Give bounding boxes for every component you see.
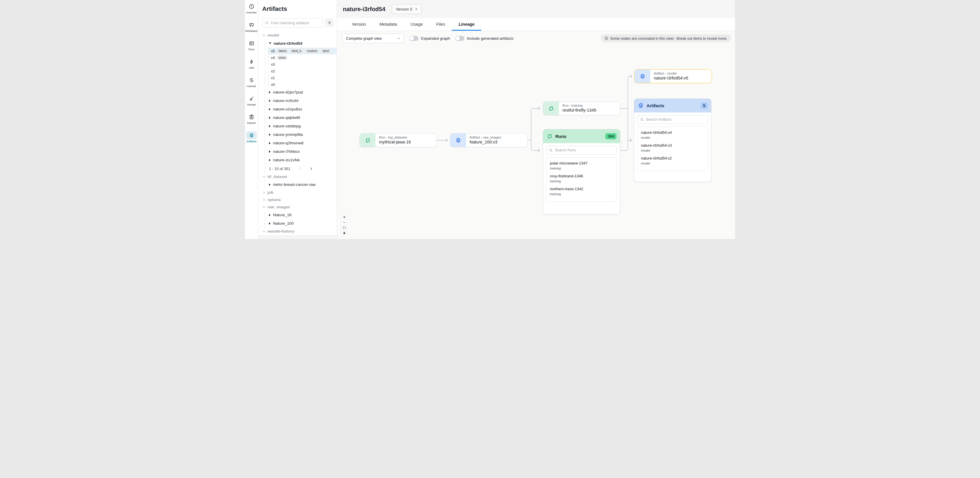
rail-item-workspace[interactable]: Workspace bbox=[245, 21, 258, 39]
zoom-out-button[interactable] bbox=[341, 220, 347, 225]
run-list-item[interactable]: northern-haze-1342 training bbox=[550, 187, 613, 196]
artifact-type: model bbox=[641, 149, 704, 152]
version-row-v0[interactable]: v0 bbox=[268, 81, 337, 88]
tree-artifact-label: nature-q2fmvnw8 bbox=[273, 141, 304, 145]
tree-group-optuna[interactable]: optuna bbox=[262, 196, 337, 203]
rail-item-label: Artifacts bbox=[247, 140, 256, 143]
artifacts-search-input[interactable] bbox=[646, 118, 705, 121]
fit-view-button[interactable] bbox=[341, 225, 347, 230]
sidebar-title: Artifacts bbox=[258, 0, 337, 14]
version-row-v2[interactable]: v2 bbox=[268, 68, 337, 75]
artifact-list-item[interactable]: nature-i3rfod54:v2 model bbox=[641, 156, 704, 165]
tree-artifact-root[interactable]: nature-i3rfod54 bbox=[265, 39, 337, 48]
pagination-label: 1 - 10 of 351 bbox=[269, 167, 290, 171]
version-row-v5[interactable]: v5 latest best_k custom best bbox=[268, 48, 337, 54]
tree-artifact[interactable]: nature-q2fmvnw8 bbox=[265, 139, 337, 147]
pagination-prev-icon[interactable] bbox=[298, 167, 302, 170]
artifact-name: nature-i3rfod54:v2 bbox=[641, 156, 704, 160]
tab-metadata[interactable]: Metadata bbox=[372, 18, 404, 31]
rail-item-label: Reports bbox=[247, 121, 256, 124]
artifact-layers-icon bbox=[638, 102, 644, 109]
tree-artifact[interactable]: nature-qejktw6f bbox=[265, 113, 337, 122]
tree-artifact[interactable]: nature-cdxbtrpg bbox=[265, 122, 337, 130]
tree-artifact[interactable]: Nature_1K bbox=[265, 211, 337, 219]
tab-bar: Version Metadata Usage Files Lineage bbox=[337, 18, 735, 31]
tree-group-raw-images[interactable]: raw_images bbox=[262, 203, 337, 211]
version-label: v5 bbox=[271, 49, 275, 53]
chevron-down-icon bbox=[262, 175, 266, 178]
tree-artifact[interactable]: nature-ynmnpf8a bbox=[265, 130, 337, 139]
runs-search-input[interactable] bbox=[555, 148, 614, 152]
artifacts-layers-icon bbox=[246, 131, 257, 139]
caret-right-icon bbox=[269, 214, 271, 216]
node-artifact-raw-images[interactable]: Artifact - raw_images Nature_100:v3 bbox=[450, 133, 528, 147]
version-select-label: Version 5 bbox=[396, 7, 412, 11]
caret-right-icon bbox=[269, 108, 271, 110]
tree-artifact[interactable]: nielsr-breast-cancer-raw bbox=[265, 180, 337, 189]
node-name: nature-i3rfod54:v5 bbox=[654, 76, 688, 80]
tab-lineage[interactable]: Lineage bbox=[452, 18, 481, 31]
version-label: v1 bbox=[271, 76, 275, 80]
node-run-log-datasets[interactable]: Run - log_datasets mythical-jawa-16 bbox=[360, 133, 437, 147]
tree-group-model[interactable]: model bbox=[262, 32, 337, 39]
caret-right-icon bbox=[269, 116, 271, 119]
page-header: nature-i3rfod54 Version 5 bbox=[337, 0, 735, 18]
version-row-v3[interactable]: v3 bbox=[268, 61, 337, 68]
artifact-search-input[interactable] bbox=[271, 21, 320, 25]
tab-files[interactable]: Files bbox=[430, 18, 452, 31]
artifact-tree: model nature-i3rfod54 v5 latest best_k c… bbox=[258, 32, 337, 235]
version-label: v3 bbox=[271, 62, 275, 67]
tree-group-hf-dataset[interactable]: hf_dataset bbox=[262, 173, 337, 180]
lineage-toolbar: Complete graph view Expanded graph Inclu… bbox=[337, 31, 735, 46]
tree-artifact[interactable]: nature-u2vyu6zx bbox=[265, 105, 337, 113]
tree-artifact[interactable]: Nature_100 bbox=[265, 219, 337, 228]
tree-artifact-label: Nature_1K bbox=[273, 213, 292, 217]
include-generated-toggle[interactable] bbox=[455, 36, 464, 41]
tree-artifact[interactable]: nature-rrzfcshr bbox=[265, 96, 337, 105]
tab-usage[interactable]: Usage bbox=[404, 18, 430, 31]
jobs-bolt-icon bbox=[246, 57, 257, 66]
artifacts-group-panel[interactable]: Artifacts 5 nature-i3rfod54:v4 model nat… bbox=[634, 99, 711, 182]
tree-group-job[interactable]: job bbox=[262, 189, 337, 196]
artifact-name: nature-i3rfod54:v4 bbox=[641, 130, 704, 135]
rail-item-label: Sweeps bbox=[247, 103, 256, 106]
run-icon bbox=[543, 102, 559, 115]
rail-item-automations[interactable]: Automat. bbox=[245, 76, 258, 94]
rail-item-overview[interactable]: Overview bbox=[245, 2, 258, 21]
rail-item-sweeps[interactable]: Sweeps bbox=[245, 94, 258, 113]
runs-group-panel[interactable]: Runs 394 polar-microwave-1347 training r… bbox=[543, 129, 620, 215]
artifact-list-item[interactable]: nature-i3rfod54:v3 model bbox=[641, 143, 704, 152]
tab-version[interactable]: Version bbox=[345, 18, 372, 31]
version-row-v1[interactable]: v1 bbox=[268, 75, 337, 81]
version-row-v4[interactable]: v4 onnx bbox=[268, 54, 337, 61]
run-list-item[interactable]: polar-microwave-1347 training bbox=[550, 161, 613, 170]
lock-button[interactable] bbox=[341, 230, 347, 236]
version-select-button[interactable]: Version 5 bbox=[392, 4, 422, 14]
tree-artifact[interactable]: nature-d2pv7pud bbox=[265, 88, 337, 96]
graph-view-select[interactable]: Complete graph view bbox=[342, 33, 404, 43]
tree-artifact[interactable]: nature-izu1vfxk bbox=[265, 156, 337, 164]
rail-item-runs[interactable]: Runs bbox=[245, 39, 258, 57]
node-run-training[interactable]: Run - training restful-firefly-1345 bbox=[543, 101, 620, 115]
node-type-label: Artifact - model bbox=[654, 72, 688, 75]
node-type-label: Artifact - raw_images bbox=[469, 135, 501, 139]
artifact-layers-icon bbox=[450, 134, 466, 147]
rail-item-reports[interactable]: Reports bbox=[245, 113, 258, 131]
run-list-item[interactable]: rosy-firebrand-1346 training bbox=[550, 174, 613, 183]
node-type-label: Run - training bbox=[562, 104, 596, 107]
pagination-next-icon[interactable] bbox=[309, 167, 313, 170]
caret-right-icon bbox=[269, 100, 271, 102]
node-artifact-model[interactable]: Artifact - model nature-i3rfod54:v5 bbox=[634, 69, 712, 83]
rail-item-jobs[interactable]: Jobs bbox=[245, 57, 258, 76]
tree-artifact-label: nature-i3rfod54 bbox=[274, 41, 302, 46]
tree-group-wandb-history[interactable]: wandb-history bbox=[262, 228, 337, 235]
filter-button[interactable] bbox=[325, 18, 334, 27]
expanded-graph-toggle[interactable] bbox=[409, 36, 418, 41]
tree-artifact[interactable]: nature-i7hhkicx bbox=[265, 147, 337, 156]
sidebar-scrollbar[interactable] bbox=[258, 236, 337, 239]
rail-item-label: Overview bbox=[246, 11, 256, 14]
caret-right-icon bbox=[269, 150, 271, 153]
artifact-list-item[interactable]: nature-i3rfod54:v4 model bbox=[641, 130, 704, 139]
zoom-in-button[interactable] bbox=[341, 214, 347, 220]
rail-item-artifacts[interactable]: Artifacts bbox=[245, 131, 258, 150]
